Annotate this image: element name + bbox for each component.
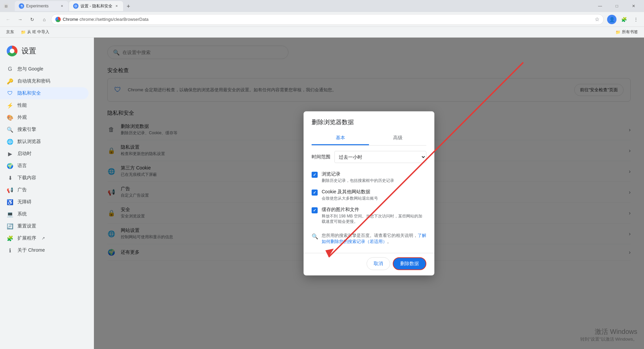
tab-experiments-label: Experiments (26, 4, 49, 8)
checkbox-cookies-sub: 会致使您从大多数网站退出账号 (322, 196, 426, 201)
settings-favicon: ⚙ (73, 3, 78, 9)
checkbox-history-main: 浏览记录 (322, 171, 426, 177)
sidebar-item-downloads[interactable]: ⬇ 下载内容 (0, 172, 89, 184)
checkbox-cookies-main: Cookie 及其他网站数据 (322, 189, 426, 195)
search-note-text: 您所用的搜索引擎是百度。请查看它的相关说明，了解如何删除您的搜索记录（若适用）。 (322, 233, 426, 245)
bookmark-ie-import[interactable]: 📁 从 IE 中导入 (19, 29, 51, 36)
sidebar-accessibility-label: 无障碍 (17, 199, 32, 205)
sidebar-item-performance[interactable]: ⚡ 性能 (0, 99, 89, 111)
about-icon: ℹ (7, 247, 13, 254)
window-controls-right: — □ ✕ (592, 0, 641, 12)
tab-settings-label: 设置 - 隐私和安全 (80, 3, 112, 9)
checkbox-cookies-check[interactable] (312, 190, 318, 196)
dialog-title: 删除浏览器数据 (304, 111, 434, 132)
home-button[interactable]: ⌂ (39, 14, 50, 25)
tab-settings[interactable]: ⚙ 设置 - 隐私和安全 ✕ (69, 1, 123, 11)
tab-settings-close[interactable]: ✕ (114, 4, 119, 8)
new-tab-button[interactable]: + (124, 2, 133, 11)
privacy-icon: 🛡 (7, 90, 13, 97)
bookmarks-bar: 京东 📁 从 IE 中导入 📁 所有书签 (0, 27, 644, 38)
sidebar-item-default-browser[interactable]: 🌐 默认浏览器 (0, 136, 89, 148)
browser-window: ⊟ ⚗ Experiments ✕ ⚙ 设置 - 隐私和安全 ✕ + — □ ✕ (0, 0, 644, 349)
accessibility-icon: ♿ (7, 199, 13, 205)
settings-sidebar: 设置 G 您与 Google 🔑 自动填充和密码 🛡 隐私和安全 ⚡ 性能 🎨 … (0, 38, 94, 349)
address-text: Chrome chrome://settings/clearBrowserDat… (63, 17, 593, 22)
folder-icon: 📁 (21, 30, 26, 35)
profile-icon: 👤 (607, 15, 616, 24)
sidebar-item-extensions[interactable]: 🧩 扩展程序 ↗ (0, 232, 89, 244)
search-note-link[interactable]: 了解如何删除您的搜索记录（若适用） (322, 233, 426, 244)
dialog-footer: 取消 删除数据 (304, 253, 434, 275)
bookmarks-all-label: 所有书签 (622, 29, 638, 35)
sidebar-item-ads[interactable]: 📢 广告 (0, 184, 89, 196)
back-button[interactable]: ← (3, 14, 13, 25)
time-range-select[interactable]: 过去一小时过去24小时过去7天过去4周全部时间 (334, 151, 426, 163)
tab-experiments-close[interactable]: ✕ (60, 4, 64, 8)
profile-button[interactable]: 👤 (606, 14, 617, 25)
star-icon[interactable]: ☆ (595, 16, 599, 22)
sidebar-header: 设置 (0, 43, 94, 63)
sidebar-appearance-label: 外观 (17, 114, 27, 120)
sidebar-item-appearance[interactable]: 🎨 外观 (0, 111, 89, 123)
bookmark-all-icon: 📁 (615, 30, 621, 35)
delete-data-button[interactable]: 删除数据 (393, 257, 426, 270)
sidebar-extensions-label: 扩展程序 (17, 235, 36, 241)
sidebar-title: 设置 (21, 46, 36, 56)
default-browser-icon: 🌐 (7, 138, 13, 145)
time-range-row: 时间范围 过去一小时过去24小时过去7天过去4周全部时间 (312, 151, 426, 163)
dialog-tab-advanced[interactable]: 高级 (369, 132, 426, 145)
sidebar-item-search[interactable]: 🔍 搜索引擎 (0, 123, 89, 136)
sidebar-browser-label: 默认浏览器 (17, 139, 41, 145)
nav-actions: 👤 🧩 ⋮ (606, 14, 641, 25)
google-icon: G (7, 66, 13, 72)
address-bar[interactable]: Chrome chrome://settings/clearBrowserDat… (51, 14, 604, 25)
sidebar-about-label: 关于 Chrome (17, 247, 45, 253)
sidebar-language-label: 语言 (17, 163, 27, 169)
downloads-icon: ⬇ (7, 174, 13, 181)
bookmark-ie-label: 从 IE 中导入 (27, 29, 49, 35)
system-icon: 💻 (7, 211, 13, 217)
bookmark-jd[interactable]: 京东 (4, 29, 16, 36)
sidebar-google-label: 您与 Google (17, 66, 43, 72)
forward-button[interactable]: → (15, 14, 25, 25)
sidebar-item-google[interactable]: G 您与 Google (0, 63, 89, 75)
menu-button[interactable]: ⋮ (631, 14, 641, 25)
sidebar-item-autofill[interactable]: 🔑 自动填充和密码 (0, 75, 89, 87)
sidebar-system-label: 系统 (17, 211, 27, 217)
checkbox-history-check[interactable] (312, 172, 318, 178)
cancel-button[interactable]: 取消 (367, 257, 390, 270)
maximize-button[interactable]: □ (609, 0, 625, 12)
sidebar-item-reset[interactable]: 🔄 重置设置 (0, 220, 89, 232)
sidebar-reset-label: 重置设置 (17, 223, 36, 229)
title-bar: ⊟ ⚗ Experiments ✕ ⚙ 设置 - 隐私和安全 ✕ + — □ ✕ (0, 0, 644, 12)
sidebar-item-accessibility[interactable]: ♿ 无障碍 (0, 196, 89, 208)
extensions-button[interactable]: 🧩 (619, 14, 629, 25)
extensions-sidebar-icon: 🧩 (7, 235, 13, 242)
tab-experiments[interactable]: ⚗ Experiments ✕ (15, 1, 68, 11)
sidebar-item-about[interactable]: ℹ 关于 Chrome (0, 244, 89, 256)
sidebar-autofill-label: 自动填充和密码 (17, 78, 50, 84)
dialog-body: 时间范围 过去一小时过去24小时过去7天过去4周全部时间 浏览记录 删除历史记录… (304, 146, 434, 253)
close-button[interactable]: ✕ (626, 0, 641, 12)
time-range-label: 时间范围 (312, 154, 330, 160)
sidebar-item-startup[interactable]: ▶ 启动时 (0, 148, 89, 160)
dialog-tab-basic[interactable]: 基本 (312, 132, 369, 145)
clear-browser-data-dialog: 删除浏览器数据 基本 高级 时间范围 过去一小时过去24小时过去7天过去4周全部… (304, 111, 434, 276)
checkbox-history: 浏览记录 删除历史记录，包括搜索框中的历史记录 (312, 168, 426, 186)
sidebar-item-privacy[interactable]: 🛡 隐私和安全 (0, 87, 89, 99)
bookmarks-all[interactable]: 📁 所有书签 (613, 29, 640, 36)
chrome-logo-icon (55, 17, 61, 22)
search-engine-icon: 🔍 (7, 126, 13, 133)
sidebar-ads-label: 广告 (17, 187, 27, 193)
checkbox-cache-check[interactable] (312, 207, 318, 213)
reset-icon: 🔄 (7, 223, 13, 230)
sidebar-item-language[interactable]: 🌍 语言 (0, 160, 89, 172)
checkbox-history-sub: 删除历史记录，包括搜索框中的历史记录 (322, 178, 426, 184)
svg-text:⊟: ⊟ (5, 4, 7, 8)
minimize-button[interactable]: — (592, 0, 608, 12)
tabs-container: ⚗ Experiments ✕ ⚙ 设置 - 隐私和安全 ✕ + (12, 1, 590, 11)
appearance-icon: 🎨 (7, 114, 13, 121)
checkbox-cache-main: 缓存的图片和文件 (322, 206, 426, 212)
reload-button[interactable]: ↻ (27, 14, 38, 25)
sidebar-item-system[interactable]: 💻 系统 (0, 208, 89, 220)
